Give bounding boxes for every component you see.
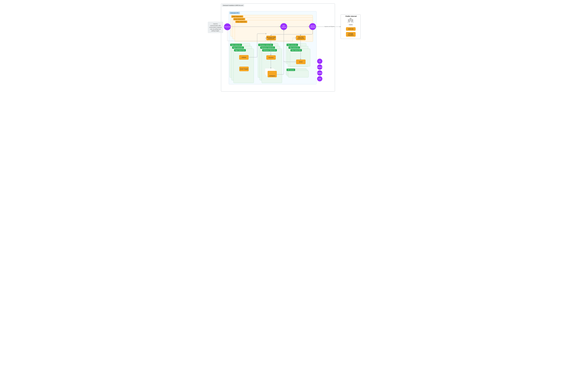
users-label: Users bbox=[349, 24, 353, 26]
privatelink-note: Used for communication with control plan… bbox=[208, 22, 223, 33]
db-subnets-label: DB Subnets bbox=[286, 69, 295, 71]
relay-az3-label: Relay Subnet AZ3 bbox=[235, 21, 247, 23]
cloudwatch-circle: CloudWatch bbox=[317, 70, 322, 76]
scm-git: SCM (Git) bbox=[346, 27, 356, 31]
ws-proxy-service: ws-proxy bbox=[266, 55, 276, 60]
relay-az2-label: Relay Subnet AZ2 bbox=[233, 18, 245, 20]
public-internet-title: Public Internet bbox=[345, 15, 357, 17]
internet-gateway-circle: Internet Gateway bbox=[309, 23, 316, 30]
dynamodb-circle: DynamoDB bbox=[317, 65, 322, 70]
server-service: server bbox=[296, 60, 305, 64]
privatelink-circle: PrivateLink bbox=[224, 23, 231, 30]
mgmt-az2-label: Mgmt Subnet AZ2 bbox=[232, 47, 244, 49]
cluster-fargate-service: cluster Fargate bbox=[239, 67, 249, 71]
meta-nlb: Meta NLB (external IP) bbox=[296, 36, 306, 40]
ingress-egress-label: Ingress and Egress bbox=[324, 26, 335, 27]
ws-az2-label: Workspace Subnet AZ2 bbox=[260, 47, 275, 49]
note-line2: via polling) and pulling images. bbox=[212, 28, 221, 32]
s3-circle: S3 bbox=[317, 59, 322, 64]
ws-az1-label: Workspace Subnet AZ1 bbox=[258, 44, 273, 46]
vpc-title-badge: Dedicated VPC bbox=[230, 12, 240, 14]
svg-point-0 bbox=[350, 18, 351, 20]
svg-point-1 bbox=[348, 19, 349, 21]
workspace-subnet-az3 bbox=[262, 49, 282, 83]
workspace-service: workspace bbox=[268, 71, 277, 77]
meta-az1-label: Meta Subnet AZ1 bbox=[286, 44, 298, 46]
meta-az2-label: Meta Subnet AZ2 bbox=[288, 47, 300, 49]
svg-point-2 bbox=[352, 19, 353, 21]
meta-az3-label: Meta Subnet AZ3 bbox=[290, 49, 302, 51]
ecr-circle: ECR bbox=[317, 76, 322, 81]
db-subnet-layer-3 bbox=[288, 70, 309, 77]
users-icon bbox=[347, 18, 354, 23]
cellstate-service: cellstate bbox=[239, 55, 249, 60]
mgmt-az3-label: Mgmt Subnet AZ3 bbox=[234, 49, 246, 51]
package-repository: Package Repository bbox=[346, 32, 356, 37]
account-title-badge: Dedicated Installation & AWS Account bbox=[222, 4, 244, 6]
mgmt-subnet-az3 bbox=[233, 49, 254, 83]
nat-gateway-circle: NAT Gateway bbox=[280, 23, 287, 30]
workspace-nlb: Workspace NLB (external IP) bbox=[266, 36, 276, 40]
diagram-stage: Dedicated Installation & AWS Account Ded… bbox=[200, 0, 373, 98]
mgmt-az1-label: Mgmt Subnet AZ1 bbox=[230, 44, 242, 46]
ws-az3-label: Workspace Subnet AZ3 bbox=[262, 49, 277, 51]
